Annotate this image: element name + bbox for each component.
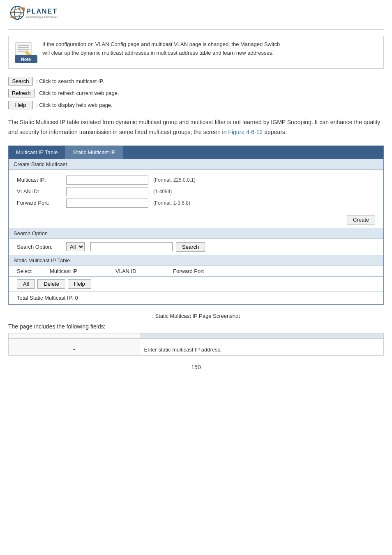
vlan-hint: (1-4094): [153, 189, 172, 194]
col-select-header: Select: [17, 268, 50, 274]
field-name-1: [9, 338, 140, 344]
search-button[interactable]: Search: [8, 77, 33, 86]
col-name-header: [9, 333, 140, 338]
create-section-header: Create Static Multicast: [9, 159, 383, 170]
page-number: 150: [0, 364, 392, 370]
table-help-button[interactable]: Help: [68, 279, 91, 289]
button-desc-section: Search : Click to search multicast IP. R…: [8, 77, 384, 109]
total-label: Total Static Multicast IP: 0: [17, 295, 78, 301]
fields-table: • Enter static multicast IP address.: [8, 333, 384, 356]
fport-hint: (Format: 1-3,6,8): [153, 200, 190, 206]
panel-tabs: Multicast IP Table Static Multicast IP: [9, 146, 383, 159]
all-button[interactable]: All: [17, 279, 35, 289]
fields-section: The page includes the following fields: …: [8, 323, 384, 356]
planet-logo-svg: PLANET Networking & Communication: [8, 5, 58, 24]
note-box: Note If the configuration on VLAN Config…: [8, 36, 384, 69]
fport-row: Forward Port: (Format: 1-3,6,8): [17, 199, 375, 208]
col-desc-header: [140, 333, 383, 338]
search-option-area: Search Option: All Search: [9, 239, 383, 255]
search-panel-button[interactable]: Search: [176, 242, 205, 252]
mip-label: Multicast IP:: [17, 177, 66, 183]
fport-input[interactable]: [66, 199, 148, 208]
note-image: Note: [15, 40, 37, 63]
search-select[interactable]: All: [66, 242, 85, 251]
search-option-label: Search Option:: [17, 244, 66, 250]
mip-row: Multicast IP: (Format: 225.0.0.1): [17, 176, 375, 185]
help-desc-row: Help : Click to display help web page.: [8, 101, 384, 109]
refresh-desc-row: Refresh Click to refresh current web pag…: [8, 89, 384, 97]
tab-static-multicast-ip[interactable]: Static Multicast IP: [65, 146, 123, 159]
bullet-icon: •: [73, 347, 75, 353]
table-row: • Enter static multicast IP address.: [9, 344, 384, 355]
vlan-row: VLAN ID: (1-4094): [17, 187, 375, 196]
table-section-header: Static Multicast IP Table: [9, 255, 383, 266]
help-button[interactable]: Help: [8, 101, 33, 109]
header-divider: [8, 29, 384, 30]
search-desc-row: Search : Click to search multicast IP.: [8, 77, 384, 86]
vlan-input[interactable]: [66, 187, 148, 196]
fields-title: The page includes the following fields:: [8, 323, 384, 330]
total-row: Total Static Multicast IP: 0: [9, 291, 383, 304]
field-name-2: •: [9, 344, 140, 355]
fport-label: Forward Port:: [17, 200, 66, 206]
table-header-row: Select Multicast IP VLAN ID Forward Port: [9, 266, 383, 277]
figure-link[interactable]: Figure 4-6-12: [228, 129, 263, 135]
search-desc-text: : Click to search multicast IP.: [36, 78, 104, 84]
refresh-desc-text: Click to refresh current web page.: [38, 90, 119, 96]
search-section-header: Search Option: [9, 228, 383, 239]
create-form-area: Multicast IP: (Format: 225.0.0.1) VLAN I…: [9, 170, 383, 213]
table-header-row-fields: [9, 333, 384, 338]
search-text-input[interactable]: [90, 242, 173, 251]
field-desc-1: [140, 338, 383, 344]
field-desc-2: Enter static multicast IP address.: [140, 344, 383, 355]
svg-text:Note: Note: [21, 57, 31, 62]
svg-text:Networking & Communication: Networking & Communication: [26, 16, 58, 19]
main-panel: Multicast IP Table Static Multicast IP C…: [8, 146, 384, 305]
logo-area: PLANET Networking & Communication: [8, 4, 384, 25]
mip-hint: (Format: 225.0.0.1): [153, 177, 196, 183]
svg-point-6: [23, 7, 25, 10]
mip-input[interactable]: [66, 176, 148, 185]
col-mip-header: Multicast IP: [50, 268, 115, 274]
help-desc-text: : Click to display help web page.: [36, 102, 113, 108]
create-btn-area: Create: [9, 213, 383, 228]
table-section: Select Multicast IP VLAN ID Forward Port…: [9, 266, 383, 291]
note-icon: Note: [15, 40, 37, 64]
col-vlan-header: VLAN ID: [115, 268, 173, 274]
logo-box: PLANET Networking & Communication: [8, 4, 58, 25]
create-button[interactable]: Create: [347, 215, 375, 224]
refresh-button[interactable]: Refresh: [8, 89, 35, 97]
delete-button[interactable]: Delete: [37, 279, 65, 289]
header: PLANET Networking & Communication: [0, 0, 392, 29]
caption-text: : Static Multicast IP Page Screenshot: [152, 313, 240, 319]
svg-text:PLANET: PLANET: [26, 8, 58, 15]
col-fport-header: Forward Port: [173, 268, 375, 274]
figure-caption: : Static Multicast IP Page Screenshot: [8, 313, 384, 319]
vlan-label: VLAN ID:: [17, 188, 66, 194]
tab-multicast-ip-table[interactable]: Multicast IP Table: [9, 146, 65, 159]
body-text: The Static Multicast IP table isolated f…: [8, 118, 384, 137]
table-actions: All Delete Help: [9, 277, 383, 291]
note-text: If the configuration on VLAN Config page…: [42, 40, 280, 58]
table-row: [9, 338, 384, 344]
